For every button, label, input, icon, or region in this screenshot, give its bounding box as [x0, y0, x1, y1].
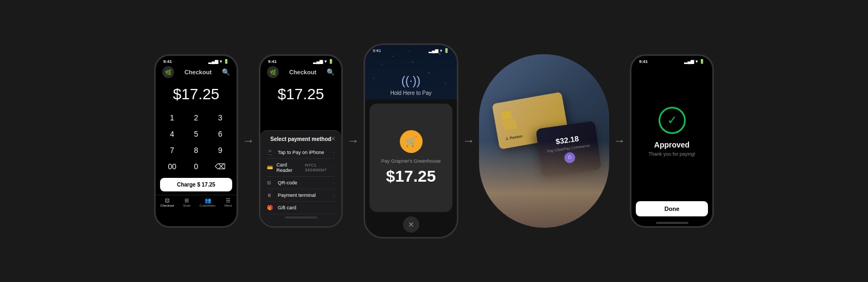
arrow-1: → [242, 134, 254, 148]
search-icon-2[interactable]: 🔍 [327, 68, 335, 76]
payment-gift-card[interactable]: 🎁 Gift card [267, 202, 335, 214]
keypad-1: 1 2 3 4 5 6 7 8 9 00 0 ⌫ [156, 110, 237, 175]
approved-subtitle: Thank you for paying! [648, 151, 695, 157]
qr-chevron: › [333, 181, 335, 185]
key-4[interactable]: 4 [160, 126, 184, 142]
nav-scan-1[interactable]: ⊞ Scan [183, 197, 191, 207]
payment-tap-to-pay[interactable]: 📱 Tap to Pay on iPhone › [267, 146, 335, 159]
qr-label: QR-code [278, 180, 297, 185]
tap-chevron: › [333, 150, 335, 155]
key-1[interactable]: 1 [160, 110, 184, 126]
scan-nav-icon: ⊞ [184, 197, 189, 203]
merchant-name: Pay Grapner's Greenhouse [376, 158, 446, 164]
checkout-nav-label: Checkout [160, 204, 174, 207]
checkout-title-1: Checkout [184, 69, 212, 75]
nav-more-1[interactable]: ☰ More [225, 197, 232, 207]
basket-icon: 🛒 [400, 130, 423, 153]
phone1: 9:41 ▂▄▆ ▾ 🔋 🌿 Checkout 🔍 $17.25 1 2 [154, 54, 238, 228]
home-indicator-2 [285, 216, 317, 219]
customers-nav-label: Customers [200, 204, 215, 207]
payment-method-modal: Select payment method ✕ 📱 Tap to Pay on … [260, 130, 341, 226]
more-nav-label: More [225, 204, 232, 207]
terminal-icon: 🖥 [267, 193, 275, 198]
payment-qr-code[interactable]: ⊞ QR-code › [267, 177, 335, 189]
modal-title: Select payment method [267, 136, 335, 142]
nav-customers-1[interactable]: 👥 Customers [200, 197, 215, 207]
card-chip [501, 111, 512, 120]
time-1: 9:41 [163, 59, 172, 64]
search-icon-1[interactable]: 🔍 [222, 68, 230, 76]
key-0[interactable]: 0 [184, 158, 208, 175]
customers-nav-icon: 👥 [205, 197, 211, 203]
phone5-wrapper: 9:41 ▂▄▆ ▾ 🔋 ✓ Approved Thank you for pa… [630, 54, 714, 228]
tap-icon: 📱 [267, 150, 275, 155]
amount-display-2: $17.25 [260, 80, 341, 110]
payment-flow-scene: 9:41 ▂▄▆ ▾ 🔋 🌿 Checkout 🔍 $17.25 1 2 [0, 0, 868, 282]
approved-screen: ✓ Approved Thank you for paying! [631, 65, 712, 198]
top-bar-2: 🌿 Checkout 🔍 [260, 65, 341, 80]
arrow-2: → [347, 134, 359, 148]
charge-button-1[interactable]: Charge $ 17.25 [160, 178, 232, 191]
terminal-chevron: › [333, 193, 335, 198]
status-bar-2: 9:41 ▂▄▆ ▾ 🔋 [260, 56, 341, 65]
payment-card-reader[interactable]: 💳 Card Reader NYC1 343400047 › [267, 159, 335, 177]
key-5[interactable]: 5 [184, 126, 208, 142]
wifi-icon-1: ▾ [220, 59, 222, 64]
wifi-3: ▾ [440, 48, 442, 53]
approved-title: Approved [654, 140, 690, 149]
key-3[interactable]: 3 [208, 110, 232, 126]
approved-circle: ✓ [659, 107, 686, 134]
amount-display-1: $17.25 [156, 80, 237, 110]
key-8[interactable]: 8 [184, 142, 208, 158]
checkout-nav-icon: ⊡ [165, 197, 169, 203]
phone5: 9:41 ▂▄▆ ▾ 🔋 ✓ Approved Thank you for pa… [630, 54, 714, 228]
gift-label: Gift card [278, 205, 296, 210]
phone3: ((·)) 9:41 ▂▄▆ ▾ 🔋 Hold Here to Pay � [363, 43, 458, 239]
nfc-tap-icon: ((·)) [401, 74, 420, 88]
tap-amount: $17.25 [376, 167, 446, 185]
modal-close-button[interactable]: ✕ [330, 135, 336, 143]
card-reader-chevron: › [333, 165, 335, 170]
signal-icon-1: ▂▄▆ [208, 59, 218, 64]
arrow-4: → [614, 134, 626, 148]
top-bar-1: 🌿 Checkout 🔍 [156, 65, 237, 80]
terminal-label: Payment terminal [278, 193, 316, 198]
checkmark-icon: ✓ [667, 113, 677, 127]
phone2: 9:41 ▂▄▆ ▾ 🔋 🌿 Checkout 🔍 $17.25 Select … [259, 54, 343, 228]
tap-label: Tap to Pay on iPhone [278, 150, 324, 155]
status-icons-3: ▂▄▆ ▾ 🔋 [429, 48, 449, 53]
menu-icon-2[interactable]: 🌿 [267, 66, 279, 78]
card-reader-label: Card Reader [277, 162, 299, 173]
phone3-wrapper: ((·)) 9:41 ▂▄▆ ▾ 🔋 Hold Here to Pay � [363, 43, 458, 239]
signal-3: ▂▄▆ [429, 48, 438, 53]
time-2: 9:41 [268, 59, 277, 64]
nav-checkout-1[interactable]: ⊡ Checkout [160, 197, 174, 207]
payment-terminal[interactable]: 🖥 Payment terminal › [267, 189, 335, 202]
battery-3: 🔋 [444, 48, 449, 53]
card-tap-image: J. Paxton ◉ $32.18 Pay ClearPay Commerce… [479, 54, 609, 228]
key-9[interactable]: 9 [208, 142, 232, 158]
key-2[interactable]: 2 [184, 110, 208, 126]
key-00[interactable]: 00 [160, 158, 184, 175]
time-3: 9:41 [373, 48, 381, 53]
battery-5: 🔋 [699, 59, 705, 64]
scan-nav-label: Scan [183, 204, 191, 207]
cancel-tap-button[interactable]: ✕ [403, 216, 419, 233]
phone1-wrapper: 9:41 ▂▄▆ ▾ 🔋 🌿 Checkout 🔍 $17.25 1 2 [154, 54, 238, 228]
key-6[interactable]: 6 [208, 126, 232, 142]
card-reader-icon: 💳 [267, 165, 273, 170]
wifi-5: ▾ [695, 59, 698, 64]
gift-icon: 🎁 [267, 205, 275, 210]
done-button[interactable]: Done [636, 201, 708, 216]
menu-icon-1[interactable]: 🌿 [162, 66, 174, 78]
time-5: 9:41 [639, 59, 648, 64]
status-bar-5: 9:41 ▂▄▆ ▾ 🔋 [631, 56, 712, 65]
key-backspace[interactable]: ⌫ [208, 158, 232, 175]
phone2-wrapper: 9:41 ▂▄▆ ▾ 🔋 🌿 Checkout 🔍 $17.25 Select … [259, 54, 343, 228]
key-7[interactable]: 7 [160, 142, 184, 158]
status-bar-3: 9:41 ▂▄▆ ▾ 🔋 [365, 48, 457, 53]
bottom-nav-1: ⊡ Checkout ⊞ Scan 👥 Customers ☰ More [156, 195, 237, 209]
qr-icon: ⊞ [267, 180, 275, 185]
wifi-icon-2: ▾ [324, 59, 327, 64]
card-holder-name: J. Paxton [506, 134, 523, 140]
